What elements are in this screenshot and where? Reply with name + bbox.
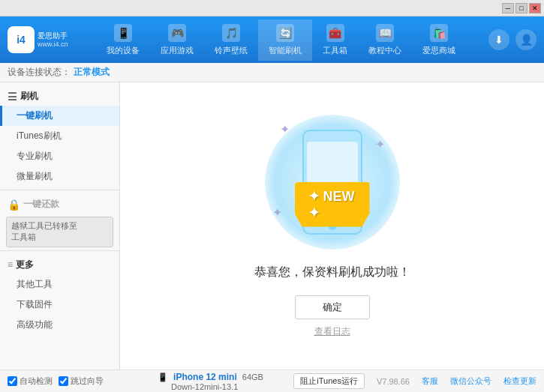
app-games-icon: 🎮 [168,24,186,42]
bottom-right: 阻止iTunes运行 V7.98.66 客服 微信公众号 检查更新 [293,373,536,389]
top-nav: i4 爱思助手 www.i4.cn 📱 我的设备 🎮 应用游戏 🎵 铃声壁纸 🔄… [0,16,544,63]
nav-item-tutorial[interactable]: 📖 教程中心 [358,19,412,61]
tutorial-icon: 📖 [376,24,394,42]
customer-service-link[interactable]: 客服 [422,376,438,387]
main-content: ☰ 刷机 一键刷机 iTunes刷机 专业刷机 微量刷机 🔒 一键还款 越狱工具… [0,82,544,370]
bottom-bar: 自动检测 跳过向导 📱 iPhone 12 mini 64GB Down-12m… [0,370,544,392]
more-section-icon: ≡ [8,259,13,270]
sidebar-section-flash: ☰ 刷机 [0,85,119,106]
restore-lock-icon: 🔒 [8,199,20,211]
window-controls: ─ □ ✕ [502,3,541,13]
minimize-button[interactable]: ─ [502,3,514,13]
status-value: 正常模式 [74,66,110,79]
shop-icon: 🛍️ [430,24,448,42]
nav-item-shop[interactable]: 🛍️ 爱思商城 [412,19,466,61]
logo-icon: i4 [8,26,35,53]
status-bar: 设备连接状态： 正常模式 [0,63,544,82]
check-update-link[interactable]: 检查更新 [503,376,536,387]
confirm-button[interactable]: 确定 [295,295,370,319]
nav-item-app-games[interactable]: 🎮 应用游戏 [150,19,204,61]
sidebar-divider-1 [0,190,119,190]
secondary-link[interactable]: 查看日志 [314,325,350,338]
device-info: 📱 iPhone 12 mini 64GB Down-12mini-13.1 [158,372,293,391]
skip-wizard-input[interactable] [59,376,68,386]
sidebar-item-other-tools[interactable]: 其他工具 [0,274,119,295]
sidebar: ☰ 刷机 一键刷机 iTunes刷机 专业刷机 微量刷机 🔒 一键还款 越狱工具… [0,82,120,370]
device-icon: 📱 [158,373,168,382]
sidebar-item-pro-flash[interactable]: 专业刷机 [0,146,119,166]
sidebar-item-save-flash[interactable]: 微量刷机 [0,166,119,187]
sidebar-divider-2 [0,250,119,251]
device-storage: 64GB [242,373,263,382]
skip-wizard-checkbox[interactable]: 跳过向导 [59,376,104,387]
sidebar-item-advanced[interactable]: 高级功能 [0,315,119,335]
wechat-link[interactable]: 微信公众号 [450,376,491,387]
success-title: 恭喜您，保资料刷机成功啦！ [254,265,410,280]
new-badge-star-right: ✦ [308,205,320,220]
flash-section-icon: ☰ [8,91,17,103]
nav-right: ⬇ 👤 [488,29,536,50]
status-label: 设备连接状态： [8,66,71,79]
user-button[interactable]: 👤 [515,29,536,50]
device-name: iPhone 12 mini [173,372,237,382]
sparkle-icon-3: ✦ [272,205,282,220]
nav-item-my-device[interactable]: 📱 我的设备 [96,19,150,61]
bottom-left: 自动检测 跳过向导 [8,376,158,387]
maximize-button[interactable]: □ [515,3,527,13]
sidebar-section-restore: 🔒 一键还款 [0,193,119,214]
version-text: V7.98.66 [377,377,410,386]
nav-item-toolbox[interactable]: 🧰 工具箱 [312,19,358,61]
my-device-icon: 📱 [114,24,132,42]
new-badge-star-left: ✦ [308,189,320,204]
sidebar-notice: 越狱工具已转移至工具箱 [6,217,113,247]
ringtone-icon: 🎵 [222,24,240,42]
nav-item-smart-flash[interactable]: 🔄 智能刷机 [258,19,312,61]
sparkle-icon-2: ✦ [375,137,385,151]
center-content: ✦ ✦ ✦ ✦ NEW ✦ 恭喜您，保资料刷机成功啦！ 确定 查看日志 [120,82,544,370]
sidebar-section-more: ≡ 更多 [0,254,119,274]
sidebar-item-one-key-flash[interactable]: 一键刷机 [0,106,119,126]
close-button[interactable]: ✕ [529,3,541,13]
logo-text: 爱思助手 www.i4.cn [38,31,68,49]
auto-update-input[interactable] [8,376,17,386]
stop-itunes-button[interactable]: 阻止iTunes运行 [293,373,365,389]
download-button[interactable]: ⬇ [488,29,509,50]
success-illustration: ✦ ✦ ✦ ✦ NEW ✦ [257,115,407,250]
nav-item-ringtone[interactable]: 🎵 铃声壁纸 [204,19,258,61]
toolbox-icon: 🧰 [326,24,344,42]
smart-flash-icon: 🔄 [276,24,294,42]
sparkle-icon-1: ✦ [280,122,290,136]
nav-items: 📱 我的设备 🎮 应用游戏 🎵 铃声壁纸 🔄 智能刷机 🧰 工具箱 📖 教程中心… [74,19,488,61]
sidebar-item-download-firmware[interactable]: 下载固件 [0,295,119,315]
new-badge: ✦ NEW ✦ [295,182,370,227]
logo: i4 爱思助手 www.i4.cn [8,26,74,53]
device-model: Down-12mini-13.1 [171,382,238,391]
title-bar: ─ □ ✕ [0,0,544,16]
sidebar-item-itunes-flash[interactable]: iTunes刷机 [0,126,119,146]
auto-update-checkbox[interactable]: 自动检测 [8,376,53,387]
